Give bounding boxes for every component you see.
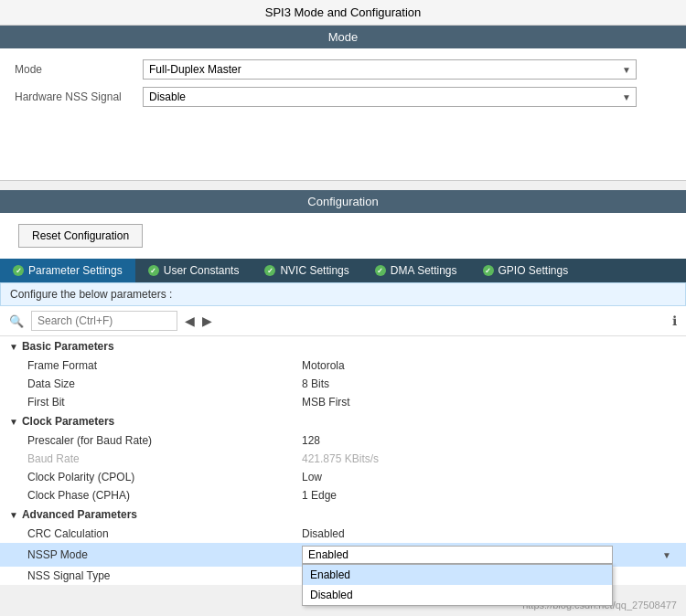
advanced-collapse-arrow: ▼: [9, 510, 18, 520]
dropdown-option-disabled[interactable]: Disabled: [303, 585, 612, 605]
params-table: ▼ Basic Parameters Frame Format Motorola…: [0, 336, 686, 585]
nssp-dropdown-arrow: ▼: [662, 550, 671, 560]
mode-section-header: Mode: [0, 26, 686, 48]
prev-arrow-icon[interactable]: ◀: [185, 313, 195, 328]
tab-icon-dma: ✓: [375, 265, 386, 276]
dropdown-option-enabled[interactable]: Enabled: [303, 565, 612, 585]
title-bar: SPI3 Mode and Configuration: [0, 0, 686, 26]
param-clock-polarity: Clock Polarity (CPOL) Low: [0, 468, 686, 486]
group-basic-parameters[interactable]: ▼ Basic Parameters: [0, 336, 686, 356]
mode-section: Mode Full-Duplex Master Half-Duplex Mast…: [0, 48, 686, 181]
mode-label: Mode: [15, 63, 143, 76]
configure-bar: Configure the below parameters :: [0, 282, 686, 306]
group-clock-parameters[interactable]: ▼ Clock Parameters: [0, 411, 686, 431]
tab-icon-nvic: ✓: [264, 265, 275, 276]
config-section-header: Configuration: [0, 190, 686, 213]
basic-collapse-arrow: ▼: [9, 342, 18, 352]
info-icon: ℹ: [672, 313, 677, 328]
nss-label: Hardware NSS Signal: [15, 90, 143, 103]
tab-icon-gpio: ✓: [483, 265, 494, 276]
tab-icon-user: ✓: [148, 265, 159, 276]
tab-nvic-settings[interactable]: ✓ NVIC Settings: [252, 259, 361, 282]
tab-gpio-settings[interactable]: ✓ GPIO Settings: [470, 259, 582, 282]
nssp-dropdown-overlay: Enabled Disabled: [302, 564, 613, 606]
param-prescaler: Prescaler (for Baud Rate) 128: [0, 431, 686, 450]
config-section: Configuration Reset Configuration ✓ Para…: [0, 190, 686, 585]
page-title: SPI3 Mode and Configuration: [265, 5, 422, 19]
nssp-dropdown-wrapper: Enabled Disabled ▼ Enabled Disabled: [302, 546, 677, 564]
group-advanced-parameters[interactable]: ▼ Advanced Parameters: [0, 504, 686, 525]
search-icon: 🔍: [9, 314, 24, 328]
tabs-bar: ✓ Parameter Settings ✓ User Constants ✓ …: [0, 259, 686, 282]
tab-parameter-settings[interactable]: ✓ Parameter Settings: [0, 259, 135, 282]
next-arrow-icon[interactable]: ▶: [202, 313, 212, 328]
param-frame-format: Frame Format Motorola: [0, 356, 686, 375]
param-crc-calculation: CRC Calculation Disabled: [0, 525, 686, 543]
mode-field-row: Mode Full-Duplex Master Half-Duplex Mast…: [15, 59, 671, 80]
param-nssp-mode[interactable]: NSSP Mode Enabled Disabled ▼ Enabled Dis…: [0, 543, 686, 567]
search-input[interactable]: [31, 311, 177, 331]
nss-select-wrapper: Disable Hardware NSS Input Signal Hardwa…: [143, 87, 637, 107]
param-baud-rate: Baud Rate 421.875 KBits/s: [0, 450, 686, 468]
reset-config-button[interactable]: Reset Configuration: [18, 224, 143, 248]
mode-select[interactable]: Full-Duplex Master Half-Duplex Master Re…: [143, 59, 637, 80]
tab-user-constants[interactable]: ✓ User Constants: [135, 259, 252, 282]
param-clock-phase: Clock Phase (CPHA) 1 Edge: [0, 486, 686, 504]
search-bar: 🔍 ◀ ▶ ℹ: [0, 306, 686, 336]
clock-collapse-arrow: ▼: [9, 417, 18, 427]
param-first-bit: First Bit MSB First: [0, 393, 686, 411]
param-data-size: Data Size 8 Bits: [0, 375, 686, 393]
nss-field-row: Hardware NSS Signal Disable Hardware NSS…: [15, 87, 671, 107]
tab-icon-parameter: ✓: [13, 265, 24, 276]
mode-select-wrapper: Full-Duplex Master Half-Duplex Master Re…: [143, 59, 637, 80]
tab-dma-settings[interactable]: ✓ DMA Settings: [362, 259, 470, 282]
nss-select[interactable]: Disable Hardware NSS Input Signal Hardwa…: [143, 87, 637, 107]
nssp-mode-select[interactable]: Enabled Disabled: [302, 546, 613, 564]
